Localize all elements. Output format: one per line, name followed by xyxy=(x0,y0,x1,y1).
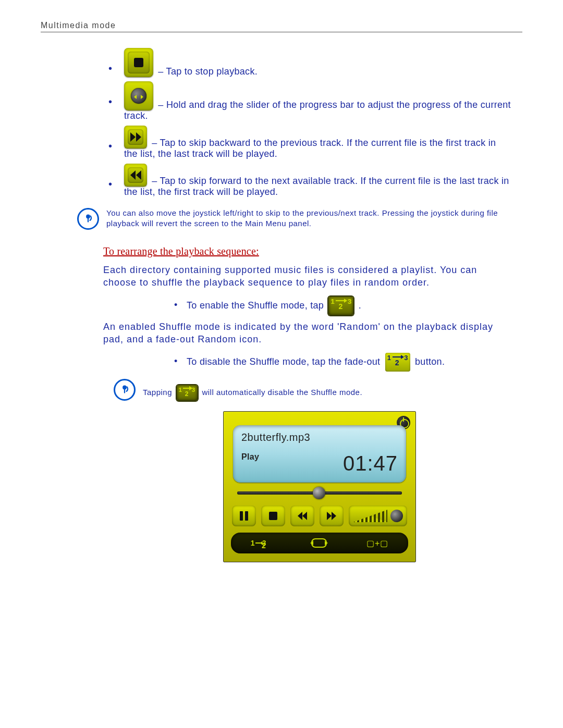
player-display: 2butterfly.mp3 Play 01:47 xyxy=(233,425,406,483)
player-stop-button[interactable] xyxy=(261,505,285,526)
slider-text: – Hold and drag the slider of the progre… xyxy=(124,100,511,121)
rearrange-heading: To rearrange the playback sequence: xyxy=(103,245,501,257)
enable-shuffle-pre: To enable the Shuffle mode, tap xyxy=(187,300,326,310)
note2-icon xyxy=(114,379,136,401)
enable-shuffle-post: . xyxy=(359,300,361,310)
skip-forward-icon xyxy=(124,126,147,149)
disable-shuffle-item: To disable the Shuffle mode, tap the fad… xyxy=(171,353,501,372)
shuffle-fadeout-icon: 132 xyxy=(385,353,410,372)
slider-knob-icon xyxy=(124,81,153,110)
disable-shuffle-post: button. xyxy=(415,356,445,367)
shuffle-icon: 132 xyxy=(328,297,353,315)
stop-icon xyxy=(124,48,153,77)
shuffle-icon-small: 132 xyxy=(177,385,198,401)
player-shuffle-button[interactable]: 13 2 xyxy=(251,539,272,547)
shuffle-enabled-desc: An enabled Shuffle mode is indicated by … xyxy=(103,320,501,346)
player-pause-button[interactable] xyxy=(232,505,256,526)
skip-fwd-text: – Tap to skip forward to the next availa… xyxy=(124,176,509,197)
player-time: 01:47 xyxy=(343,452,398,475)
stop-text: – Tap to stop playback. xyxy=(158,66,258,77)
player-forward-button[interactable] xyxy=(320,505,344,526)
joystick-note-text: You can also move the joystick left/righ… xyxy=(106,208,501,229)
joystick-note-icon xyxy=(77,208,99,230)
note2-text: Tapping 132 will automatically disable t… xyxy=(143,385,362,401)
skip-backward-icon xyxy=(124,164,147,187)
player-volume-slider[interactable] xyxy=(349,505,407,526)
player-progress-slider[interactable] xyxy=(237,489,402,497)
player-add-button[interactable]: ▢+▢ xyxy=(366,538,388,548)
enable-shuffle-item: To enable the Shuffle mode, tap 132 . xyxy=(171,297,501,315)
player-filename: 2butterfly.mp3 xyxy=(241,431,310,443)
skip-back-text: – Tap to skip backward to the previous t… xyxy=(124,138,496,159)
disable-shuffle-pre: To disable the Shuffle mode, tap the fad… xyxy=(187,356,380,367)
player-state: Play xyxy=(241,452,259,462)
rearrange-intro: Each directory containing supported musi… xyxy=(103,264,501,289)
playback-controls-list: – Tap to stop playback. – Hold and drag … xyxy=(103,48,512,198)
player-repeat-button[interactable] xyxy=(311,538,327,548)
player-screenshot: 2butterfly.mp3 Play 01:47 13 2 ▢+▢ xyxy=(223,411,416,562)
page-header-title: Multimedia mode xyxy=(41,21,116,30)
player-rewind-button[interactable] xyxy=(290,505,314,526)
